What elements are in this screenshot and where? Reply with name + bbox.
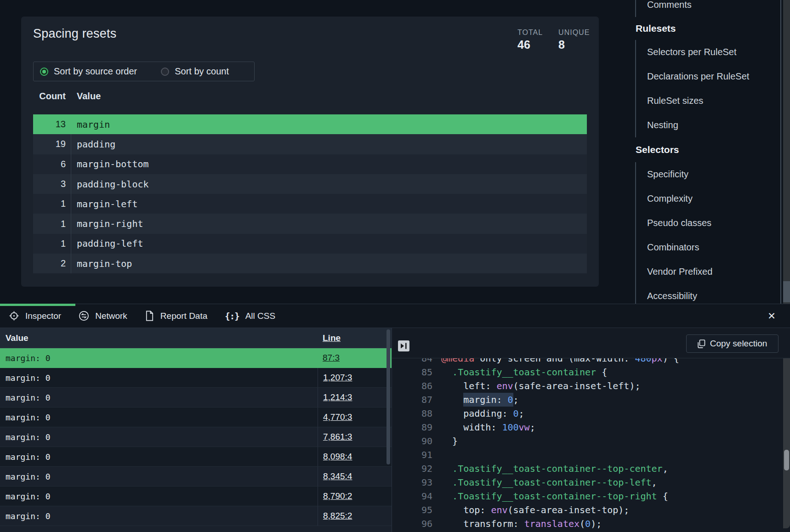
code-scrollbar-thumb[interactable] xyxy=(784,450,789,470)
curly-braces-icon: {:} xyxy=(225,311,239,321)
page-scrollbar-track[interactable] xyxy=(783,0,790,304)
spacing-row[interactable]: 6margin-bottom xyxy=(33,154,587,174)
active-tab-indicator xyxy=(0,304,75,306)
code-line: 84@media only screen and (max-width: 480… xyxy=(392,358,790,365)
tab-label: Report Data xyxy=(160,311,207,321)
line-link[interactable]: 87:3 xyxy=(323,353,340,363)
crosshair-icon xyxy=(9,311,19,321)
sidebar-item-complexity[interactable]: Complexity xyxy=(636,187,780,211)
line-number: 85 xyxy=(392,367,432,378)
line-number: 91 xyxy=(392,449,432,460)
line-number: 90 xyxy=(392,436,432,447)
card-title: Spacing resets xyxy=(33,27,116,41)
panel-tab-bar: InspectorNetworkReport Data{:}All CSS ✕ xyxy=(0,304,790,328)
declaration-value: margin: 0 xyxy=(6,492,51,501)
inspector-row[interactable]: margin: 08,825:2 xyxy=(0,506,392,526)
spacing-row[interactable]: 19padding xyxy=(33,134,587,154)
code-viewer: Copy selection 84@media only screen and … xyxy=(392,328,790,532)
line-link[interactable]: 8,790:2 xyxy=(323,491,352,501)
code-text: .Toastify__toast-container--top-right { xyxy=(441,491,668,502)
line-number: 89 xyxy=(392,422,432,433)
line-cell: 8,098:4 xyxy=(318,447,392,466)
inspector-row[interactable]: margin: 087:3 xyxy=(0,348,392,368)
stat-total: TOTAL46 xyxy=(517,28,543,51)
code-line: 94 .Toastify__toast-container--top-right… xyxy=(392,489,790,503)
spacing-table: 13margin19padding6margin-bottom3padding-… xyxy=(33,114,587,273)
spacing-row[interactable]: 2margin-top xyxy=(33,254,587,273)
inspector-row[interactable]: margin: 01,207:3 xyxy=(0,368,392,388)
count-column-header: Count xyxy=(33,91,66,102)
code-line: 85 .Toastify__toast-container { xyxy=(392,365,790,379)
code-viewer-header: Copy selection xyxy=(392,328,790,358)
line-number: 86 xyxy=(392,380,432,391)
radio-dot-icon xyxy=(42,70,46,74)
sidebar-item-specificity[interactable]: Specificity xyxy=(636,162,780,187)
inspector-row[interactable]: margin: 04,770:3 xyxy=(0,407,392,427)
line-number: 94 xyxy=(392,491,432,502)
inspector-scrollbar-thumb[interactable] xyxy=(386,329,390,464)
code-line: 90 } xyxy=(392,434,790,448)
line-number: 93 xyxy=(392,477,432,488)
line-number: 88 xyxy=(392,408,432,419)
spacing-row[interactable]: 1padding-left xyxy=(33,234,587,254)
inspector-row[interactable]: margin: 07,861:3 xyxy=(0,427,392,447)
spacing-row[interactable]: 3padding-block xyxy=(33,174,587,194)
tab-inspector[interactable]: Inspector xyxy=(0,304,70,328)
line-link[interactable]: 7,861:3 xyxy=(323,432,352,442)
sidebar-item-nesting[interactable]: Nesting xyxy=(636,113,780,137)
spacing-row[interactable]: 1margin-right xyxy=(33,214,587,233)
inspector-results: Value Line margin: 087:3margin: 01,207:3… xyxy=(0,328,392,532)
close-panel-button[interactable]: ✕ xyxy=(765,310,778,323)
tab-network[interactable]: Network xyxy=(70,304,136,328)
radio-sort-by-source-order[interactable] xyxy=(40,68,48,76)
page-scrollbar-thumb[interactable] xyxy=(783,281,790,302)
copy-icon xyxy=(698,340,705,348)
row-count: 2 xyxy=(33,258,66,269)
declaration-value: margin: 0 xyxy=(6,373,51,383)
line-cell: 8,790:2 xyxy=(318,487,392,506)
line-column-header[interactable]: Line xyxy=(323,333,341,343)
row-value: margin-left xyxy=(71,198,137,209)
stat-value: 46 xyxy=(517,38,543,51)
inspector-row[interactable]: margin: 01,214:3 xyxy=(0,388,392,407)
radio-label: Sort by count xyxy=(175,66,229,77)
sidebar-item-comments[interactable]: Comments xyxy=(635,0,780,17)
spacing-row[interactable]: 1margin-left xyxy=(33,194,587,214)
row-count: 13 xyxy=(33,119,66,130)
sidebar-item-pseudo-classes[interactable]: Pseudo classes xyxy=(636,211,780,235)
code-text: } xyxy=(441,436,458,447)
line-link[interactable]: 1,214:3 xyxy=(323,392,352,402)
card-stats: TOTAL46UNIQUE8 xyxy=(517,28,590,51)
sidebar-item-ruleset-sizes[interactable]: RuleSet sizes xyxy=(636,89,780,113)
inspector-row[interactable]: margin: 08,345:4 xyxy=(0,467,392,487)
tab-label: Network xyxy=(95,311,127,321)
line-link[interactable]: 4,770:3 xyxy=(323,412,352,422)
code-scrollbar-track[interactable] xyxy=(783,358,790,528)
line-cell: 1,214:3 xyxy=(318,388,392,407)
inspector-results-header: Value Line xyxy=(0,328,392,348)
row-count: 1 xyxy=(33,198,66,209)
sidebar-heading-selectors: Selectors xyxy=(635,137,780,162)
inspector-row[interactable]: margin: 08,098:4 xyxy=(0,447,392,467)
row-value: margin-top xyxy=(71,258,132,269)
tab-all-css[interactable]: {:}All CSS xyxy=(216,304,284,328)
tab-report-data[interactable]: Report Data xyxy=(136,304,216,328)
code-line: 91 xyxy=(392,448,790,462)
line-link[interactable]: 8,345:4 xyxy=(323,471,352,481)
tab-label: All CSS xyxy=(245,311,275,321)
copy-selection-button[interactable]: Copy selection xyxy=(686,334,779,353)
expand-sidebar-button[interactable] xyxy=(398,340,409,351)
sidebar-item-selectors-per-ruleset[interactable]: Selectors per RuleSet xyxy=(636,40,780,64)
radio-sort-by-count[interactable] xyxy=(161,68,169,76)
sidebar-item-vendor-prefixed[interactable]: Vendor Prefixed xyxy=(636,260,780,284)
close-icon: ✕ xyxy=(767,311,776,322)
code-text: @media only screen and (max-width: 480px… xyxy=(441,358,679,364)
line-link[interactable]: 8,825:2 xyxy=(323,511,352,521)
line-link[interactable]: 1,207:3 xyxy=(323,373,352,383)
spacing-row[interactable]: 13margin xyxy=(33,114,587,134)
line-link[interactable]: 8,098:4 xyxy=(323,452,352,462)
sidebar-group-rulesets: Selectors per RuleSetDeclarations per Ru… xyxy=(635,40,780,137)
sidebar-item-combinators[interactable]: Combinators xyxy=(636,235,780,260)
inspector-row[interactable]: margin: 08,790:2 xyxy=(0,487,392,506)
sidebar-item-declarations-per-ruleset[interactable]: Declarations per RuleSet xyxy=(636,64,780,89)
